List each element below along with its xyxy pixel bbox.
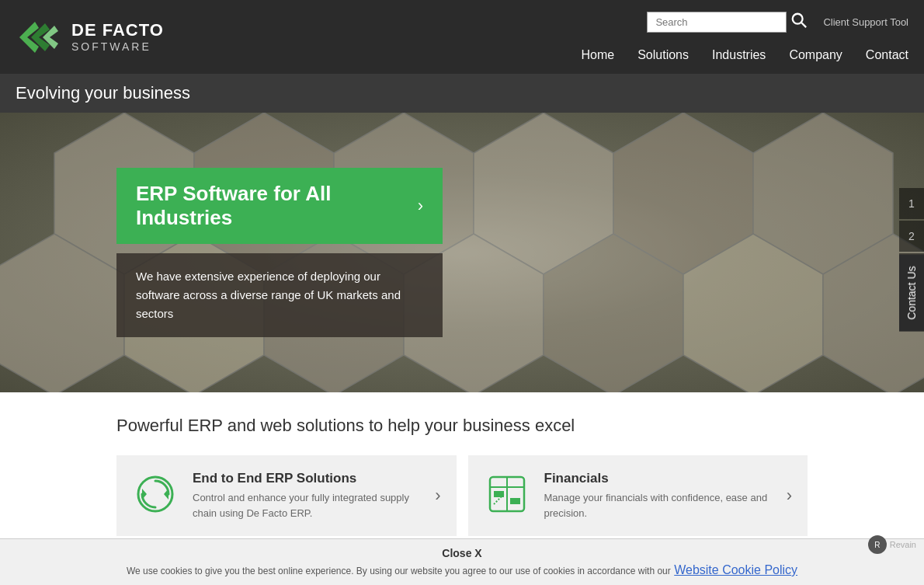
hero-title-box[interactable]: ERP Software for All Industries › — [116, 168, 443, 244]
site-header: DE FACTO SOFTWARE Client Support Tool Ho… — [0, 0, 924, 74]
financials-text: Financials Manage your financials with c… — [544, 471, 773, 521]
svg-marker-19 — [164, 489, 168, 500]
svg-marker-20 — [142, 489, 147, 500]
client-support-link[interactable]: Client Support Tool — [823, 16, 908, 28]
header-right: Client Support Tool Home Solutions Indus… — [581, 8, 908, 66]
erp-icon — [132, 471, 179, 517]
revain-icon: R — [868, 535, 887, 554]
nav-solutions[interactable]: Solutions — [637, 44, 689, 66]
svg-line-4 — [801, 23, 806, 27]
logo[interactable]: DE FACTO SOFTWARE — [16, 14, 164, 61]
nav-industries[interactable]: Industries — [712, 44, 766, 66]
logo-icon — [16, 14, 62, 61]
main-nav: Home Solutions Industries Company Contac… — [581, 44, 908, 66]
erp-title: End to End ERP Solutions — [193, 471, 421, 486]
brand-name-line1: DE FACTO — [71, 20, 164, 40]
nav-home[interactable]: Home — [581, 44, 614, 66]
hero-slider: ERP Software for All Industries › We hav… — [0, 113, 924, 392]
financials-arrow: › — [787, 486, 792, 506]
section-title: Powerful ERP and web solutions to help y… — [116, 416, 808, 436]
erp-desc: Control and enhance your fully integrate… — [193, 490, 421, 521]
page-title-bar: Evolving your business — [0, 74, 924, 113]
hero-description: We have extensive experience of deployin… — [116, 253, 443, 337]
svg-point-3 — [793, 14, 803, 24]
erp-arrow: › — [435, 486, 440, 506]
svg-rect-25 — [510, 498, 520, 504]
brand-name-line2: SOFTWARE — [71, 40, 164, 54]
financials-desc: Manage your financials with confidence, … — [544, 490, 773, 521]
logo-text: DE FACTO SOFTWARE — [71, 20, 164, 54]
hero-content: ERP Software for All Industries › We hav… — [116, 168, 443, 337]
revain-label: Revain — [890, 540, 916, 549]
erp-text: End to End ERP Solutions Control and enh… — [193, 471, 421, 521]
cookie-bar: Close X We use cookies to give you the b… — [0, 538, 924, 559]
top-right: Client Support Tool — [647, 8, 908, 37]
svg-rect-24 — [494, 491, 504, 497]
financials-title: Financials — [544, 471, 773, 486]
financials-icon — [484, 471, 530, 517]
feature-cards: End to End ERP Solutions Control and enh… — [116, 455, 808, 536]
feature-card-erp[interactable]: End to End ERP Solutions Control and enh… — [116, 455, 457, 536]
page-title: Evolving your business — [16, 83, 908, 103]
search-input[interactable] — [647, 12, 787, 33]
revain-watermark: R Revain — [868, 535, 916, 554]
hero-arrow: › — [418, 196, 423, 216]
slide-1[interactable]: 1 — [899, 188, 924, 219]
nav-company[interactable]: Company — [789, 44, 842, 66]
search-button[interactable] — [787, 8, 811, 37]
feature-card-financials[interactable]: Financials Manage your financials with c… — [468, 455, 808, 536]
nav-contact[interactable]: Contact — [866, 44, 908, 66]
search-area — [647, 8, 811, 37]
cookie-close-button[interactable]: Close X — [16, 547, 908, 559]
contact-tab[interactable]: Contact Us — [899, 254, 924, 331]
search-icon — [790, 12, 808, 29]
slide-2[interactable]: 2 — [899, 221, 924, 252]
hero-title: ERP Software for All Industries — [136, 182, 406, 230]
main-content: Powerful ERP and web solutions to help y… — [0, 392, 924, 559]
